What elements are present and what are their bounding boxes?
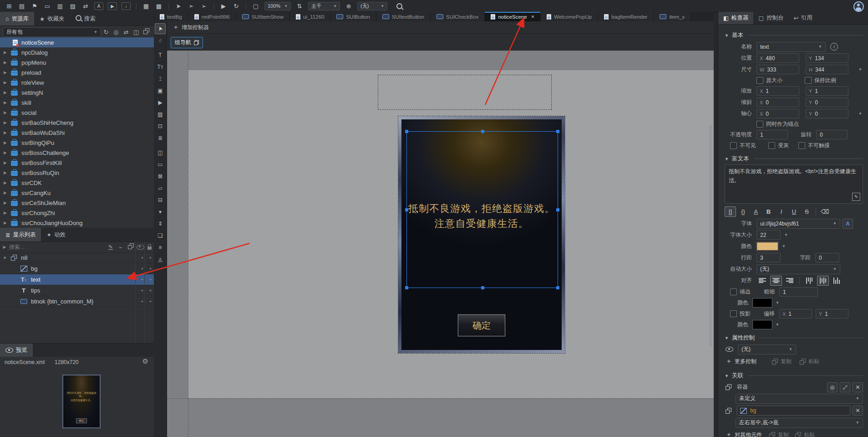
branch-select[interactable]: 主干▼	[308, 2, 340, 10]
display-item-tips[interactable]: Ttips	[0, 285, 154, 296]
tree-item-npcDialog[interactable]: ▶npcDialog	[0, 47, 154, 57]
locate-icon[interactable]: ◎	[111, 29, 121, 36]
rotation-field[interactable]: 0	[816, 130, 848, 139]
resize-handle-w[interactable]	[405, 208, 408, 211]
new-label-icon[interactable]: ▥	[55, 1, 65, 10]
movieclip-tool[interactable]: ▶	[155, 97, 166, 108]
lock-toggle[interactable]	[147, 252, 154, 263]
new-component-icon[interactable]: ▤	[17, 1, 27, 10]
tree-item-ssrBaoWuDaShi[interactable]: ▶ssrBaoWuDaShi	[0, 128, 154, 138]
expander-icon[interactable]: ▶	[4, 170, 10, 175]
font-select[interactable]: ui://ljiq24bvjsf61▼	[756, 219, 840, 229]
stage-canvas[interactable]: ＋ 增加控制器 组导航 Loader 抵制不良游戏，拒绝盗版游戏。 注意自受健康…	[167, 21, 714, 437]
file-tab-bagItemRender[interactable]: bagItemRender	[598, 12, 654, 21]
pivot-x-field[interactable]: X0	[756, 109, 799, 118]
visibility-toggle[interactable]	[137, 274, 147, 285]
file-tab-ui_11260[interactable]: ui_11260	[290, 12, 330, 21]
section-relations[interactable]: ▼ 关联	[725, 372, 863, 380]
file-tab-SUItextButton[interactable]: SUItextButton	[376, 12, 431, 21]
strike-button[interactable]: S	[801, 206, 812, 217]
paste-button[interactable]: 粘贴	[804, 431, 815, 437]
tree-item-roleView[interactable]: ▶roleView	[0, 77, 154, 87]
edit-icon[interactable]: ✎	[106, 244, 116, 250]
play-icon[interactable]: ▶	[218, 1, 228, 10]
lock-toggle[interactable]	[147, 274, 154, 285]
collapse-icon[interactable]: ▼	[725, 336, 729, 340]
copy-icon[interactable]	[772, 359, 778, 365]
align-right-button[interactable]	[784, 276, 796, 286]
copy-button[interactable]: 复制	[778, 431, 789, 437]
visibility-toggle[interactable]	[137, 252, 147, 263]
visibility-column-header[interactable]	[136, 242, 145, 252]
progressbar-tool[interactable]: ▱	[155, 183, 166, 194]
columns-icon[interactable]: ◫	[131, 29, 141, 36]
new-button-icon[interactable]: ▭	[42, 1, 52, 10]
refresh-icon[interactable]: ↻	[101, 29, 111, 36]
shadow-checkbox[interactable]: 投影	[730, 310, 756, 318]
publish-all-icon[interactable]: ➣	[186, 1, 196, 10]
expander-icon[interactable]: ▶	[0, 245, 9, 249]
file-tab-item_s[interactable]: item_s	[654, 12, 691, 21]
stroke-color-swatch[interactable]	[753, 298, 772, 307]
tab-transitions[interactable]: ✦动效	[41, 228, 71, 242]
collapse-icon[interactable]: ▼	[725, 157, 729, 161]
untouchable-checkbox[interactable]: 不可触摸	[798, 142, 830, 149]
expander-icon[interactable]: ▶	[4, 70, 10, 75]
stroke-width-field[interactable]: 1	[779, 287, 818, 297]
eraser-button[interactable]: ⌫	[819, 206, 831, 217]
gear-icon[interactable]: ⚙	[142, 357, 148, 365]
copy-icon[interactable]	[769, 432, 775, 437]
richtext-content-input[interactable]: 抵制不良游戏，拒绝盗版游戏。<br/>注意自受健康生活。 ✎	[725, 165, 863, 204]
work-area[interactable]: Loader 抵制不良游戏，拒绝盗版游戏。 注意自受健康生活。 确定	[167, 51, 714, 437]
richtext-tool[interactable]: Tт	[155, 62, 166, 72]
add-other-button[interactable]: 对其他元件	[735, 431, 762, 437]
underline-button[interactable]: U	[788, 206, 800, 217]
textcolor-button[interactable]: A	[750, 206, 761, 217]
tree-item-noticeScene[interactable]: noticeScene	[0, 37, 154, 47]
tree-item-ssrCeShiJieMian[interactable]: ▶ssrCeShiJieMian	[0, 198, 154, 208]
tree-item-ssrBingQiPu[interactable]: ▶ssrBingQiPu	[0, 138, 154, 148]
original-size-checkbox[interactable]: 原大小	[756, 77, 805, 84]
file-tab-WelcomePopUp[interactable]: WelcomePopUp	[541, 12, 598, 21]
combobox-tool[interactable]: ▾	[155, 206, 166, 217]
expander-icon[interactable]: ▶	[4, 90, 10, 95]
tab-preview[interactable]: 预览	[0, 344, 33, 357]
close-icon[interactable]: ✕	[853, 406, 863, 416]
save-icon[interactable]: ▦	[141, 1, 151, 10]
fontsize-field[interactable]: 22	[756, 230, 781, 240]
visibility-toggle[interactable]	[137, 296, 147, 307]
valign-top-button[interactable]	[803, 276, 815, 286]
target-icon[interactable]: ◎	[827, 382, 838, 392]
close-icon[interactable]: ✕	[531, 15, 535, 19]
label-tool[interactable]: ⊠	[155, 171, 166, 182]
resize-handle-ne[interactable]	[556, 130, 559, 133]
invisible-checkbox[interactable]: 不可见	[730, 142, 768, 149]
add-controller-button[interactable]: 增加控制器	[182, 24, 209, 31]
chevron-down-icon[interactable]: ▼	[782, 244, 786, 248]
collapse-icon[interactable]: ▼	[725, 374, 729, 378]
expander-icon[interactable]: ▶	[4, 160, 10, 165]
device-preview-icon[interactable]: ▢	[251, 1, 261, 10]
tree-item-ssrChongZhi[interactable]: ▶ssrChongZhi	[0, 208, 154, 218]
expander-icon[interactable]: ▶	[4, 201, 10, 205]
expander-icon[interactable]: ▶	[4, 120, 10, 125]
group-tool[interactable]: ❏	[155, 230, 166, 241]
display-search-input[interactable]: 搜索...	[9, 243, 106, 251]
hand-tool[interactable]: ☝	[155, 35, 166, 46]
expander-icon[interactable]: ▶	[4, 100, 10, 105]
expander-icon[interactable]: ▶	[4, 211, 10, 215]
skew-x-field[interactable]: X0	[756, 98, 799, 107]
tree-item-ssrChouJiangHuoDong[interactable]: ▶ssrChouJiangHuoDong	[0, 218, 154, 228]
edit-icon[interactable]: ✎	[852, 193, 860, 201]
pos-x-field[interactable]: X480	[756, 53, 799, 63]
info-icon[interactable]: i	[830, 43, 838, 51]
ok-button[interactable]: 确定	[458, 314, 505, 336]
align-left-button[interactable]	[756, 276, 768, 286]
search-icon[interactable]	[394, 1, 404, 10]
line-spacing-field[interactable]: 3	[756, 253, 781, 262]
expander-icon[interactable]: ▶	[4, 180, 10, 185]
expand-icon[interactable]: ⤢	[840, 382, 850, 392]
lock-toggle[interactable]	[147, 296, 154, 307]
file-tab-SUIItemShow[interactable]: SUIItemShow	[236, 12, 290, 21]
file-tab-redPoint996[interactable]: redPoint996	[188, 12, 236, 21]
